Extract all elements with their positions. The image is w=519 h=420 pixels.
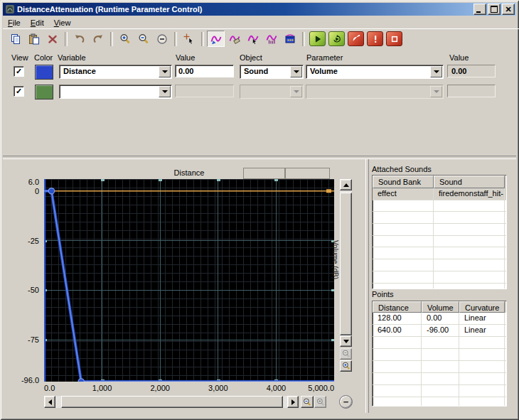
table-row[interactable]: effectfiredemonstaff_hit-...	[373, 188, 506, 200]
object-dropdown-row1[interactable]: Sound	[240, 65, 304, 79]
minimize-icon	[476, 11, 481, 13]
menu-edit[interactable]: Edit	[26, 17, 49, 28]
scroll-right-button[interactable]	[287, 396, 299, 408]
table-cell	[373, 200, 434, 212]
maximize-button[interactable]	[488, 4, 501, 15]
zoom-in-icon	[316, 398, 325, 406]
zoom-out-vertical-button	[340, 348, 352, 360]
toolbar-separator	[174, 32, 177, 46]
chevron-down-icon[interactable]	[290, 66, 302, 77]
menu-file[interactable]: File	[3, 17, 26, 28]
column-header-curvature[interactable]: Curvature	[459, 301, 505, 313]
copy-button[interactable]	[6, 31, 24, 47]
error-button[interactable]	[367, 31, 383, 46]
column-header-volume[interactable]: Volume	[422, 301, 459, 313]
zoom-reset-button[interactable]	[153, 31, 171, 47]
horizontal-scrollbar-thumb[interactable]	[61, 396, 283, 408]
view-checkbox-row2[interactable]: ✓	[14, 86, 24, 97]
scroll-down-button[interactable]	[340, 335, 352, 347]
variable-dropdown-row1[interactable]: Distance	[59, 65, 172, 79]
redo-icon	[92, 33, 104, 45]
curve-erase-button[interactable]	[225, 31, 243, 47]
rtpc-curve-chart[interactable]	[44, 179, 334, 382]
horizontal-splitter[interactable]	[3, 156, 516, 159]
view-checkbox-row1[interactable]: ✓	[14, 66, 24, 77]
variable-dropdown-row2[interactable]	[59, 85, 172, 99]
paste-button[interactable]	[25, 31, 43, 47]
curve-pointer-button[interactable]	[244, 31, 262, 47]
paste-icon	[28, 33, 40, 45]
y-tick-label: 0	[35, 187, 39, 195]
y-tick-label: -50	[28, 286, 39, 294]
view-column-label: View	[11, 53, 28, 62]
table-row[interactable]: 640.00-96.00Linear	[373, 325, 506, 337]
redo-button[interactable]	[89, 31, 107, 47]
object-dropdown-row2	[240, 85, 304, 99]
title-bar[interactable]: DistanceAttenuation (Runtime Parameter C…	[3, 3, 516, 16]
parameter-dropdown-row1[interactable]: Volume	[306, 65, 444, 79]
curve-edit-button[interactable]	[207, 31, 225, 47]
zoom-in-vertical-button[interactable]	[340, 360, 352, 372]
table-row	[373, 337, 506, 349]
table-cell	[422, 397, 459, 406]
play-icon	[313, 34, 323, 44]
menu-view[interactable]: View	[49, 17, 76, 28]
attached-sounds-table: Sound BankSoundeffectfiredemonstaff_hit-…	[372, 175, 507, 289]
column-header-sound-bank[interactable]: Sound Bank	[373, 176, 434, 188]
toolbar-separator	[201, 32, 204, 46]
curve-scale-button[interactable]	[262, 31, 280, 47]
table-cell	[434, 236, 505, 247]
color-swatch-row1[interactable]	[35, 65, 53, 80]
scroll-up-button[interactable]	[340, 179, 352, 190]
delete-button[interactable]	[43, 31, 61, 47]
table-cell	[459, 373, 505, 384]
table-cell	[434, 200, 505, 212]
play-loop-button[interactable]	[328, 31, 345, 46]
variable-value-input-row1[interactable]	[175, 65, 234, 77]
chevron-down-icon[interactable]	[159, 66, 171, 77]
table-cell	[422, 337, 459, 348]
color-swatch-row2[interactable]	[35, 85, 53, 99]
table-row	[373, 259, 506, 271]
point-select-button[interactable]	[180, 31, 198, 47]
arrow-left-icon	[46, 399, 52, 405]
zoom-out-icon	[342, 350, 351, 358]
vertical-scrollbar-thumb[interactable]	[340, 193, 352, 335]
zoom-reset-vertical-button[interactable]: −	[339, 395, 353, 409]
vertical-scrollbar[interactable]	[340, 179, 352, 347]
table-cell	[373, 385, 422, 397]
mute-button[interactable]	[348, 31, 364, 46]
stop-button[interactable]	[386, 31, 402, 46]
chevron-down-icon	[430, 86, 442, 97]
table-cell	[434, 224, 505, 235]
rtpc-window: DistanceAttenuation (Runtime Parameter C…	[0, 0, 519, 420]
zoom-out-button[interactable]	[134, 31, 152, 47]
table-cell: Linear	[459, 325, 505, 336]
object-column-label: Object	[240, 53, 262, 62]
horizontal-scrollbar[interactable]	[44, 396, 299, 408]
table-row	[373, 236, 506, 248]
table-cell	[373, 349, 422, 360]
vertical-splitter[interactable]	[365, 159, 369, 413]
minimize-button[interactable]	[473, 4, 486, 15]
curve-erase-icon	[229, 33, 240, 45]
close-button[interactable]: ✕	[502, 4, 515, 15]
scroll-left-button[interactable]	[44, 396, 55, 408]
table-row[interactable]: 128.000.00Linear	[373, 313, 506, 325]
table-row	[373, 200, 506, 212]
sound-box-button[interactable]	[281, 31, 299, 47]
table-cell: 640.00	[373, 325, 422, 336]
table-cell	[434, 259, 505, 271]
chevron-down-icon[interactable]	[159, 86, 171, 97]
chevron-down-icon[interactable]	[430, 66, 442, 77]
table-cell: Linear	[459, 313, 505, 324]
column-header-distance[interactable]: Distance	[373, 301, 422, 313]
play-button[interactable]	[309, 31, 326, 46]
zoom-out-horizontal-button[interactable]	[301, 396, 314, 408]
speaker-off-icon	[351, 34, 361, 44]
points-title: Points	[372, 290, 394, 298]
column-header-sound[interactable]: Sound	[434, 176, 505, 188]
undo-button[interactable]	[70, 31, 88, 47]
arrow-right-icon	[291, 399, 298, 405]
zoom-in-button[interactable]	[116, 31, 134, 47]
